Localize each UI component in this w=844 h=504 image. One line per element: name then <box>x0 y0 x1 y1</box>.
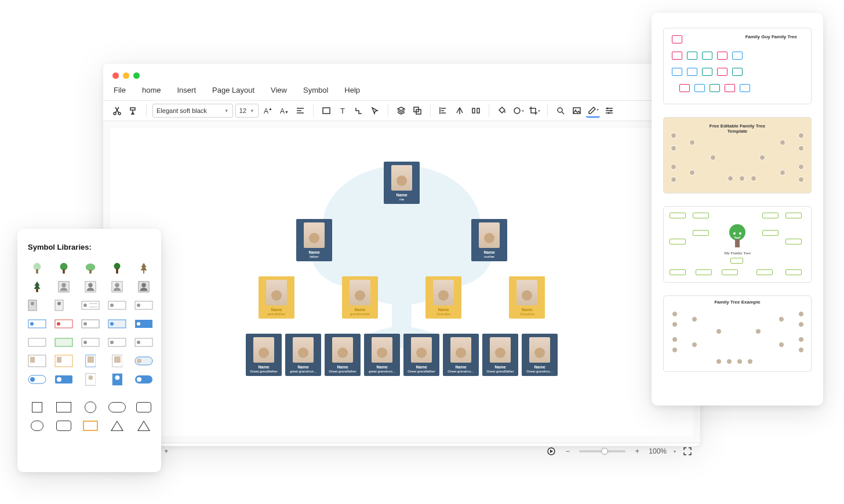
card-symbol-icon[interactable] <box>134 373 153 386</box>
card-symbol-icon[interactable] <box>108 317 126 330</box>
tree-node-mother[interactable]: Namemother <box>471 219 507 261</box>
fullscreen-icon[interactable] <box>683 447 692 456</box>
connector-tool-icon[interactable] <box>352 104 366 118</box>
format-paint-icon[interactable] <box>126 104 140 118</box>
person-symbol-icon[interactable] <box>54 280 73 293</box>
zoom-level[interactable]: 100% <box>649 447 667 455</box>
menu-insert[interactable]: Insert <box>177 86 196 94</box>
tree-node-grandfather[interactable]: Namegrandfather <box>259 276 294 319</box>
tree-node-greatgrandparent[interactable]: NameGreat grandfather <box>482 334 518 376</box>
zoom-in-icon[interactable]: + <box>632 447 642 456</box>
tree-node-grandma[interactable]: NameGrandma <box>509 276 545 319</box>
template-card[interactable]: My Family Tree <box>663 206 812 283</box>
window-minimize-button[interactable] <box>123 72 129 79</box>
menu-help[interactable]: Help <box>344 86 360 94</box>
canvas-area[interactable]: Nameme Namefather Namemother Namegrandfa… <box>103 121 700 443</box>
font-size-select[interactable]: 12▼ <box>235 104 259 118</box>
pine-tree-icon[interactable] <box>28 280 46 293</box>
square-shape-icon[interactable] <box>28 401 46 414</box>
card-symbol-icon[interactable] <box>108 373 126 386</box>
rectangle-shape-icon[interactable] <box>54 401 73 414</box>
photo-card-icon[interactable] <box>134 355 153 367</box>
card-symbol-icon[interactable] <box>81 336 100 349</box>
card-symbol-icon[interactable] <box>134 317 153 330</box>
tree-symbol-icon[interactable] <box>134 262 153 275</box>
card-symbol-icon[interactable] <box>108 299 126 312</box>
align-left-icon[interactable] <box>436 104 450 118</box>
add-page-icon[interactable]: + <box>162 447 171 456</box>
group-icon[interactable] <box>410 104 424 118</box>
card-symbol-icon[interactable] <box>81 373 100 386</box>
card-symbol-icon[interactable] <box>81 317 100 330</box>
card-symbol-icon[interactable] <box>134 299 153 312</box>
person-symbol-icon[interactable] <box>108 280 126 293</box>
tree-node-greatgrandparent[interactable]: Namegreat grandmot... <box>285 334 321 376</box>
photo-card-icon[interactable] <box>108 355 126 367</box>
rounded-rect-shape-icon[interactable] <box>54 419 73 432</box>
pointer-tool-icon[interactable] <box>368 104 382 118</box>
tree-node-father[interactable]: Namefather <box>296 219 332 261</box>
photo-card-icon[interactable] <box>28 355 46 367</box>
photo-card-icon[interactable] <box>54 355 73 367</box>
font-decrease-icon[interactable]: A▼ <box>277 104 291 118</box>
template-card[interactable]: Free Editable Family Tree Template <box>663 117 812 193</box>
tree-node-greatgrandparent[interactable]: NameGreat grandmo... <box>522 334 558 376</box>
card-symbol-icon[interactable] <box>28 373 46 386</box>
fill-color-icon[interactable] <box>495 104 509 118</box>
cut-icon[interactable] <box>110 104 124 118</box>
settings-sliders-icon[interactable] <box>602 104 616 118</box>
tree-node-greatgrandparent[interactable]: NameGreat grandfather <box>246 334 282 376</box>
card-symbol-icon[interactable] <box>54 373 73 386</box>
zoom-out-icon[interactable]: − <box>563 447 572 456</box>
oval-shape-icon[interactable] <box>108 401 126 414</box>
rounded-rect-shape-icon[interactable] <box>134 401 153 414</box>
tree-symbol-icon[interactable] <box>28 262 46 275</box>
shape-style-icon[interactable]: ▾ <box>511 104 525 118</box>
card-symbol-icon[interactable] <box>54 299 73 312</box>
rectangle-tool-icon[interactable] <box>319 104 333 118</box>
card-symbol-icon[interactable] <box>134 336 153 349</box>
font-increase-icon[interactable]: A▲ <box>261 104 275 118</box>
tree-symbol-icon[interactable] <box>54 262 73 275</box>
crop-icon[interactable]: ▾ <box>528 104 541 118</box>
tree-node-greatgrandparent[interactable]: NameGreat grandmo... <box>443 334 479 376</box>
person-symbol-icon[interactable] <box>81 280 100 293</box>
flip-horizontal-icon[interactable] <box>453 104 467 118</box>
menu-symbol[interactable]: Symbol <box>303 86 328 94</box>
tree-node-greatgrandparent[interactable]: NameGreat grandfather <box>325 334 361 376</box>
layers-icon[interactable] <box>394 104 408 118</box>
card-symbol-icon[interactable] <box>54 336 73 349</box>
card-symbol-icon[interactable] <box>28 317 46 330</box>
play-icon[interactable] <box>547 447 556 456</box>
search-icon[interactable] <box>554 104 567 118</box>
card-symbol-icon[interactable] <box>108 336 126 349</box>
text-tool-icon[interactable]: T <box>336 104 350 118</box>
photo-card-icon[interactable] <box>81 355 100 367</box>
tree-symbol-icon[interactable] <box>81 262 100 275</box>
triangle-shape-icon[interactable] <box>134 419 153 432</box>
menu-page-layout[interactable]: Page Layout <box>212 86 254 94</box>
template-card[interactable]: Family Tree Example <box>663 295 812 372</box>
card-symbol-icon[interactable] <box>54 317 73 330</box>
rectangle-shape-icon[interactable] <box>81 419 100 432</box>
tree-node-greatgrandparent[interactable]: NameGreat grandfather <box>403 334 439 376</box>
card-symbol-icon[interactable] <box>81 299 100 312</box>
font-select[interactable]: Elegant soft black▼ <box>152 104 233 118</box>
pen-color-icon[interactable]: ▾ <box>586 104 600 118</box>
tree-node-me[interactable]: Nameme <box>384 162 420 204</box>
menu-view[interactable]: View <box>271 86 287 94</box>
card-symbol-icon[interactable] <box>28 336 46 349</box>
tree-node-grandmother[interactable]: Namegrandmother <box>342 276 378 319</box>
template-card[interactable]: Family Guy Family Tree <box>663 28 812 104</box>
circle-shape-icon[interactable] <box>81 401 100 414</box>
tree-node-greatgrandparent[interactable]: Namegreat grandmot... <box>364 334 400 376</box>
tree-symbol-icon[interactable] <box>108 262 126 275</box>
image-icon[interactable] <box>570 104 584 118</box>
window-close-button[interactable] <box>112 72 119 79</box>
window-maximize-button[interactable] <box>133 72 140 79</box>
person-symbol-icon[interactable] <box>134 280 153 293</box>
card-symbol-icon[interactable] <box>28 299 46 312</box>
menu-file[interactable]: File <box>114 86 126 94</box>
distribute-icon[interactable] <box>469 104 483 118</box>
triangle-shape-icon[interactable] <box>108 419 126 432</box>
